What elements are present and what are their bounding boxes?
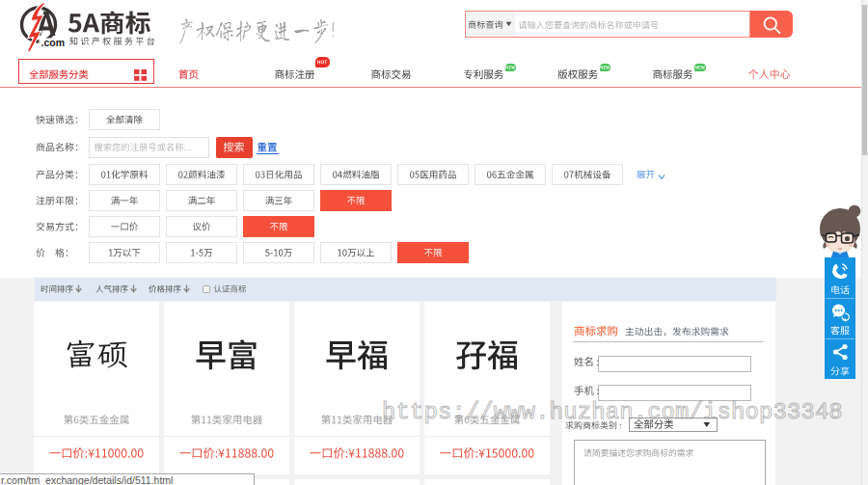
svg-text:.com: .com <box>41 37 66 48</box>
